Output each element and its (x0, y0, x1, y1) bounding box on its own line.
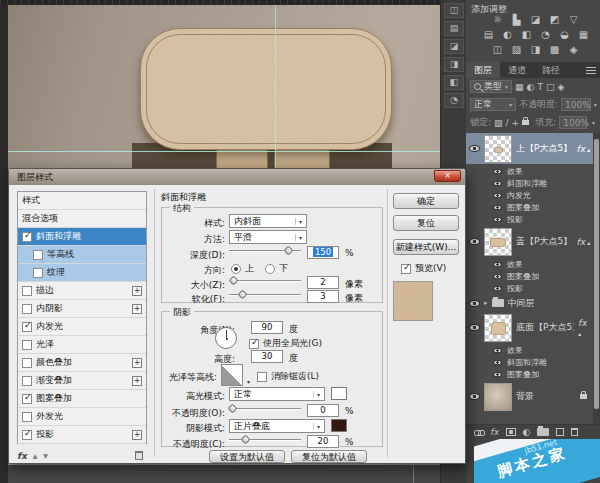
checkbox[interactable] (22, 394, 32, 404)
gradient-map-icon[interactable]: ▩ (547, 43, 562, 56)
layer-thumbnail[interactable] (484, 314, 512, 342)
style-item-contour[interactable]: 等高线 (18, 246, 146, 264)
color-lookup-icon[interactable]: ▦ (576, 28, 591, 41)
new-adjustment-layer-icon[interactable]: ◐ (523, 427, 531, 437)
effect-drop-shadow[interactable]: 投影 (466, 213, 593, 225)
invert-icon[interactable]: ◫ (490, 43, 505, 56)
layer-name[interactable]: 盖【P大点5】 (516, 235, 572, 248)
layer-name[interactable]: 底面【P大点5】 (516, 321, 574, 334)
filter-type-icon[interactable]: T (537, 82, 543, 92)
effect-pattern-overlay[interactable]: 图案叠加 (466, 270, 593, 282)
layer-thumbnail[interactable] (484, 135, 512, 163)
style-item-blending-options[interactable]: 混合选项 (18, 210, 146, 228)
layers-scrollbar[interactable] (593, 133, 600, 424)
filter-pixel-icon[interactable]: ▦ (515, 82, 524, 92)
levels-icon[interactable]: ▙ (509, 13, 524, 26)
checkbox[interactable] (22, 286, 32, 296)
depth-slider[interactable] (229, 245, 301, 256)
checkbox[interactable] (33, 250, 43, 260)
direction-up-radio[interactable]: 上 (231, 262, 254, 275)
soften-slider[interactable] (229, 289, 301, 300)
delete-layer-icon[interactable] (571, 428, 578, 436)
layer-name[interactable]: 背景 (516, 390, 534, 403)
group-row-middle[interactable]: ▸ 中间层 (466, 295, 593, 311)
style-item-stroke[interactable]: 描边+ (18, 282, 146, 300)
effect-pattern-overlay[interactable]: 图案叠加 (466, 201, 593, 213)
shadow-color-swatch[interactable] (331, 419, 347, 432)
depth-field[interactable]: 150 (307, 246, 339, 259)
expand-arrow-icon[interactable]: ▸ (484, 299, 488, 307)
anti-alias-checkbox[interactable]: 消除锯齿(L) (257, 370, 319, 383)
altitude-field[interactable]: 30 (251, 350, 283, 363)
style-item-bevel-emboss[interactable]: 斜面和浮雕 (18, 228, 146, 246)
slider-thumb[interactable] (284, 246, 294, 256)
layer-row-background[interactable]: 背景 (466, 381, 593, 412)
style-item-pattern-overlay[interactable]: 图案叠加 (18, 390, 146, 408)
layer-row-bottom[interactable]: 底面【P大点5】 fx (466, 312, 593, 343)
visibility-eye-icon[interactable] (493, 285, 501, 290)
visibility-eye-icon[interactable] (493, 261, 501, 266)
dock-panel-icon-5[interactable]: ◧ (444, 75, 464, 90)
layer-name[interactable]: 上【P大点5】 (516, 142, 572, 155)
new-layer-icon[interactable] (556, 428, 564, 436)
preview-checkbox[interactable]: 预览(V) (401, 262, 446, 275)
group-name[interactable]: 中间层 (508, 297, 535, 310)
slider-thumb[interactable] (229, 276, 239, 286)
opacity-field[interactable]: 100% (561, 98, 591, 111)
highlight-mode-dropdown[interactable]: 正常 (229, 387, 325, 401)
slider-thumb[interactable] (228, 404, 238, 414)
bevel-style-dropdown[interactable]: 内斜面 (229, 214, 307, 228)
shadow-opacity-slider[interactable] (229, 434, 301, 445)
visibility-eye-icon[interactable] (469, 393, 480, 400)
set-default-button[interactable]: 设置为默认值 (209, 450, 285, 463)
effect-bevel-emboss[interactable]: 斜面和浮雕 (466, 177, 593, 189)
soften-field[interactable]: 3 (307, 290, 339, 303)
fx-badge[interactable]: fx (577, 237, 590, 247)
photo-filter-icon[interactable]: ◔ (538, 28, 553, 41)
posterize-icon[interactable]: ▨ (509, 43, 524, 56)
style-item-inner-shadow[interactable]: 内阴影+ (18, 300, 146, 318)
visibility-eye-icon[interactable] (493, 347, 501, 352)
tab-paths[interactable]: 路径 (534, 62, 568, 78)
filter-kind-dropdown[interactable]: 类型 (470, 80, 512, 93)
layer-thumbnail[interactable] (484, 383, 512, 411)
hue-saturation-icon[interactable]: ▤ (481, 28, 496, 41)
add-layer-style-icon[interactable]: fx (490, 427, 499, 437)
reset-button[interactable]: 复位 (393, 215, 459, 231)
black-white-icon[interactable]: ◧ (519, 28, 534, 41)
dialog-titlebar[interactable]: 图层样式 (9, 169, 465, 185)
effects-row[interactable]: 效果 (466, 344, 593, 356)
visibility-eye-icon[interactable] (469, 300, 480, 307)
lock-all-icon[interactable] (522, 120, 529, 125)
visibility-eye-icon[interactable] (493, 359, 501, 364)
tab-layers[interactable]: 图层 (466, 62, 500, 78)
highlight-opacity-slider[interactable] (229, 403, 301, 414)
style-item-color-overlay[interactable]: 颜色叠加+ (18, 354, 146, 372)
direction-down-radio[interactable]: 下 (265, 262, 288, 275)
brightness-contrast-icon[interactable]: ☼ (490, 13, 505, 26)
visibility-eye-icon[interactable] (469, 145, 480, 152)
visibility-eye-icon[interactable] (493, 216, 501, 221)
filter-shape-icon[interactable]: □ (546, 82, 555, 92)
dock-panel-icon-6[interactable]: ◔ (444, 93, 464, 108)
angle-field[interactable]: 90 (251, 321, 283, 334)
new-group-icon[interactable] (537, 428, 549, 436)
dialog-close-button[interactable]: × (434, 170, 461, 182)
highlight-opacity-field[interactable]: 0 (307, 404, 339, 417)
dock-panel-icon-1[interactable]: ◫ (444, 3, 464, 18)
visibility-eye-icon[interactable] (469, 238, 480, 245)
style-item-inner-glow[interactable]: 内发光 (18, 318, 146, 336)
visibility-eye-icon[interactable] (493, 192, 501, 197)
move-effect-down-icon[interactable]: ▼ (43, 452, 48, 459)
global-light-checkbox[interactable]: 使用全局光(G) (249, 337, 322, 350)
style-item-satin[interactable]: 光泽 (18, 336, 146, 354)
new-style-button[interactable]: 新建样式(W)... (393, 239, 459, 255)
technique-dropdown[interactable]: 平滑 (229, 230, 307, 244)
channel-mixer-icon[interactable]: ◒ (557, 28, 572, 41)
filter-adjustment-icon[interactable]: ◐ (527, 82, 535, 92)
curves-icon[interactable]: ◪ (528, 13, 543, 26)
visibility-eye-icon[interactable] (493, 168, 501, 173)
style-item-texture[interactable]: 纹理 (18, 264, 146, 282)
checkbox[interactable] (22, 412, 32, 422)
style-item-styles[interactable]: 样式 (18, 192, 146, 210)
